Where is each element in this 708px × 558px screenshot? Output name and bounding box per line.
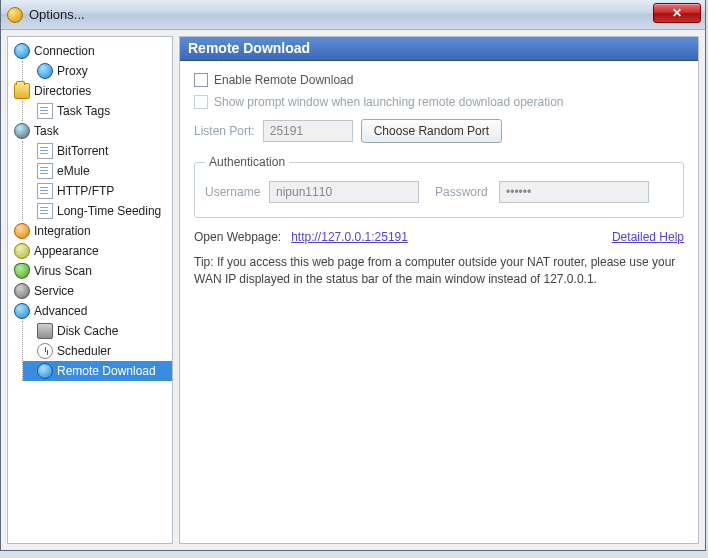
sidebar-item-label: Advanced — [34, 304, 87, 318]
sidebar-item-connection[interactable]: Connection — [8, 41, 172, 61]
people-icon — [14, 223, 30, 239]
close-button[interactable]: ✕ — [653, 3, 701, 23]
app-icon — [7, 7, 23, 23]
advanced-icon — [14, 303, 30, 319]
options-window: Options... ✕ Connection Proxy — [0, 0, 706, 551]
task-icon — [14, 123, 30, 139]
password-input[interactable] — [499, 181, 649, 203]
sidebar: Connection Proxy Directories Task Tags — [7, 36, 173, 544]
doc-icon — [37, 143, 53, 159]
sidebar-item-appearance[interactable]: Appearance — [8, 241, 172, 261]
sidebar-item-httpftp[interactable]: HTTP/FTP — [23, 181, 172, 201]
username-label: Username — [205, 185, 261, 199]
listen-port-input[interactable] — [263, 120, 353, 142]
titlebar[interactable]: Options... ✕ — [1, 0, 705, 30]
doc-icon — [37, 183, 53, 199]
sidebar-item-label: Long-Time Seeding — [57, 204, 161, 218]
sidebar-item-directories[interactable]: Directories — [8, 81, 172, 101]
panel-body: Enable Remote Download Show prompt windo… — [180, 61, 698, 301]
panel-title: Remote Download — [180, 37, 698, 61]
random-port-button[interactable]: Choose Random Port — [361, 119, 502, 143]
tree: Connection Proxy Directories Task Tags — [8, 37, 172, 385]
sidebar-item-remotedownload[interactable]: Remote Download — [23, 361, 172, 381]
sidebar-item-label: Service — [34, 284, 74, 298]
clock-icon — [37, 343, 53, 359]
sidebar-item-tasktags[interactable]: Task Tags — [23, 101, 172, 121]
sidebar-item-label: Scheduler — [57, 344, 111, 358]
gear-icon — [14, 283, 30, 299]
sidebar-item-virusscan[interactable]: Virus Scan — [8, 261, 172, 281]
username-input[interactable] — [269, 181, 419, 203]
shield-icon — [14, 263, 30, 279]
sidebar-item-label: Proxy — [57, 64, 88, 78]
sidebar-item-label: Task — [34, 124, 59, 138]
sidebar-item-label: Connection — [34, 44, 95, 58]
sidebar-item-scheduler[interactable]: Scheduler — [23, 341, 172, 361]
open-webpage-link[interactable]: http://127.0.0.1:25191 — [291, 230, 408, 244]
folder-icon — [14, 83, 30, 99]
sidebar-item-label: Task Tags — [57, 104, 110, 118]
auth-legend: Authentication — [205, 155, 289, 169]
sidebar-item-label: Appearance — [34, 244, 99, 258]
sidebar-item-service[interactable]: Service — [8, 281, 172, 301]
open-webpage-label: Open Webpage: — [194, 230, 281, 244]
close-icon: ✕ — [672, 6, 682, 20]
window-body: Connection Proxy Directories Task Tags — [1, 30, 705, 550]
sidebar-item-label: HTTP/FTP — [57, 184, 114, 198]
sidebar-item-label: Integration — [34, 224, 91, 238]
enable-row: Enable Remote Download — [194, 73, 684, 87]
webpage-row: Open Webpage: http://127.0.0.1:25191 Det… — [194, 230, 684, 244]
sidebar-item-bittorrent[interactable]: BitTorrent — [23, 141, 172, 161]
sidebar-item-proxy[interactable]: Proxy — [23, 61, 172, 81]
disk-icon — [37, 323, 53, 339]
tags-icon — [37, 103, 53, 119]
sidebar-item-label: eMule — [57, 164, 90, 178]
appearance-icon — [14, 243, 30, 259]
enable-checkbox[interactable] — [194, 73, 208, 87]
listen-port-label: Listen Port: — [194, 124, 255, 138]
detailed-help-link[interactable]: Detailed Help — [612, 230, 684, 244]
sidebar-item-label: Virus Scan — [34, 264, 92, 278]
doc-icon — [37, 203, 53, 219]
tip-text: Tip: If you access this web page from a … — [194, 254, 684, 289]
auth-fieldset: Authentication Username Password — [194, 155, 684, 218]
sidebar-item-integration[interactable]: Integration — [8, 221, 172, 241]
sidebar-item-emule[interactable]: eMule — [23, 161, 172, 181]
sidebar-item-advanced[interactable]: Advanced — [8, 301, 172, 321]
sidebar-item-label: Remote Download — [57, 364, 156, 378]
prompt-checkbox[interactable] — [194, 95, 208, 109]
prompt-row: Show prompt window when launching remote… — [194, 95, 684, 109]
prompt-label: Show prompt window when launching remote… — [214, 95, 564, 109]
password-label: Password — [435, 185, 491, 199]
sidebar-item-label: Directories — [34, 84, 91, 98]
enable-label: Enable Remote Download — [214, 73, 353, 87]
globe-icon — [14, 43, 30, 59]
globe-icon — [37, 363, 53, 379]
sidebar-item-label: BitTorrent — [57, 144, 108, 158]
sidebar-item-seeding[interactable]: Long-Time Seeding — [23, 201, 172, 221]
sidebar-item-label: Disk Cache — [57, 324, 118, 338]
sidebar-item-diskcache[interactable]: Disk Cache — [23, 321, 172, 341]
port-row: Listen Port: Choose Random Port — [194, 119, 684, 143]
sidebar-item-task[interactable]: Task — [8, 121, 172, 141]
window-title: Options... — [29, 7, 85, 22]
proxy-icon — [37, 63, 53, 79]
doc-icon — [37, 163, 53, 179]
content-panel: Remote Download Enable Remote Download S… — [179, 36, 699, 544]
